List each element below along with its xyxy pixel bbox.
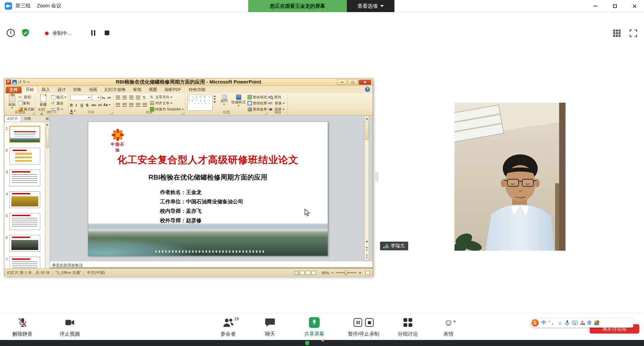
breakout-rooms-button[interactable]: 分组讨论: [392, 313, 424, 340]
scroll-up-button[interactable]: [365, 116, 369, 121]
security-shield-icon[interactable]: [21, 28, 30, 38]
shapes-gallery[interactable]: [187, 95, 213, 111]
tab-transitions[interactable]: 切换: [69, 86, 85, 93]
pane-tab-outline[interactable]: 大纲: [21, 116, 34, 122]
find-button[interactable]: 查找: [269, 94, 281, 100]
redo-icon[interactable]: ↻: [23, 80, 26, 84]
taskbar-app-icon[interactable]: [305, 341, 309, 345]
ime-emoji-button[interactable]: ☺: [557, 320, 562, 326]
unmute-button[interactable]: 解除静音: [6, 313, 39, 340]
window-close-button[interactable]: [625, 0, 644, 12]
copy-button[interactable]: 复制: [18, 100, 30, 106]
text-direction-button[interactable]: 文字方向: [150, 94, 172, 100]
tab-home[interactable]: 开始: [21, 86, 38, 93]
window-minimize-button[interactable]: [586, 0, 605, 12]
recording-stop-button[interactable]: [105, 31, 109, 35]
undo-icon[interactable]: ↺: [18, 80, 21, 84]
sogou-logo[interactable]: S: [531, 319, 539, 327]
previous-slide-button[interactable]: ▲▲: [365, 246, 369, 251]
numbering-button[interactable]: [122, 95, 127, 100]
align-center-button[interactable]: [122, 102, 127, 108]
tab-insert[interactable]: 插入: [38, 86, 54, 93]
zoom-out-button[interactable]: −: [331, 271, 334, 275]
next-slide-button[interactable]: ▼▼: [365, 254, 369, 259]
pane-scrollbar[interactable]: [45, 122, 49, 268]
stop-recording-icon[interactable]: [365, 318, 374, 327]
normal-view-button[interactable]: [294, 271, 299, 275]
align-text-button[interactable]: 对齐文本: [150, 100, 172, 106]
share-screen-button[interactable]: 共享屏幕: [298, 313, 330, 340]
arrange-button[interactable]: 排列: [218, 95, 230, 105]
columns-button[interactable]: [143, 102, 147, 108]
ime-voice-button[interactable]: [565, 320, 569, 326]
pause-recording-icon[interactable]: [354, 318, 362, 327]
font-size-select[interactable]: [92, 95, 101, 100]
slide-thumbnail-6[interactable]: [9, 235, 40, 252]
slide-thumbnail-5[interactable]: [9, 213, 40, 230]
underline-button[interactable]: [80, 102, 83, 108]
zoom-in-button[interactable]: +: [359, 271, 361, 275]
ime-keyboard-button[interactable]: [572, 321, 578, 325]
shadow-button[interactable]: [86, 102, 88, 108]
increase-indent-button[interactable]: [136, 95, 140, 100]
ime-punctuation-toggle[interactable]: ’，: [549, 320, 555, 326]
slide-thumbnail-2[interactable]: [9, 148, 40, 164]
fit-to-window-button[interactable]: [365, 271, 370, 275]
drawing-dialog-launcher-icon[interactable]: [264, 112, 267, 114]
ppt-close-button[interactable]: [359, 80, 371, 85]
reset-button[interactable]: 重设: [51, 100, 63, 106]
replace-button[interactable]: 替换: [269, 100, 285, 106]
align-left-button[interactable]: [116, 102, 120, 108]
tab-special-features[interactable]: 特色功能: [185, 86, 209, 93]
ppt-restore-button[interactable]: [348, 80, 358, 85]
ppt-minimize-button[interactable]: [337, 80, 347, 85]
slide-thumbnail-3[interactable]: [9, 169, 40, 186]
character-spacing-button[interactable]: [98, 102, 102, 108]
slideshow-view-button[interactable]: [311, 271, 316, 275]
paragraph-dialog-launcher-icon[interactable]: [181, 112, 184, 114]
tab-view[interactable]: 视图: [145, 86, 161, 93]
recording-pause-button[interactable]: [91, 30, 97, 36]
shape-outline-button[interactable]: 形状轮廓: [248, 100, 270, 106]
ime-account-icon[interactable]: [580, 321, 584, 325]
shapes-gallery-scroll[interactable]: [213, 95, 216, 103]
scrollbar-thumb[interactable]: [46, 128, 49, 148]
layout-button[interactable]: 版式: [51, 94, 66, 100]
scroll-down-button[interactable]: [365, 239, 369, 244]
cut-button[interactable]: 剪切: [18, 94, 31, 100]
participants-button[interactable]: 16 参会者: [212, 313, 244, 340]
zoom-slider-thumb[interactable]: [344, 270, 347, 275]
stop-video-button[interactable]: 停止视频: [54, 313, 86, 340]
tab-review[interactable]: 审阅: [129, 86, 145, 93]
panel-splitter-handle[interactable]: [376, 172, 378, 181]
pane-tab-slides[interactable]: 幻灯片: [4, 115, 21, 122]
quick-styles-button[interactable]: 快速样式: [231, 95, 246, 106]
gallery-view-button[interactable]: [613, 30, 621, 37]
align-right-button[interactable]: [129, 102, 133, 108]
paste-button[interactable]: 粘贴: [6, 94, 18, 109]
fullscreen-button[interactable]: [629, 29, 637, 37]
language-indicator[interactable]: 中文(中国): [87, 270, 105, 275]
font-dialog-launcher-icon[interactable]: [110, 112, 113, 114]
line-spacing-button[interactable]: [143, 95, 147, 100]
chat-button[interactable]: 聊天: [254, 313, 286, 340]
ime-fullwidth-toggle[interactable]: 全: [587, 320, 592, 326]
bullets-button[interactable]: [116, 95, 120, 100]
reading-view-button[interactable]: [306, 271, 310, 275]
help-icon[interactable]: [365, 87, 370, 92]
change-case-button[interactable]: [103, 102, 111, 108]
font-name-select[interactable]: [70, 95, 91, 100]
save-icon[interactable]: [12, 80, 17, 84]
slide-thumbnail-4[interactable]: [9, 191, 40, 208]
slide-canvas[interactable]: 中国石油 化工安全复合型人才高级研修班结业论文 RBI检验在优化储罐检修周期方面…: [88, 121, 328, 256]
shape-fill-button[interactable]: 形状填充: [248, 94, 270, 100]
bold-button[interactable]: [70, 102, 73, 108]
meeting-info-button[interactable]: [7, 29, 15, 37]
justify-button[interactable]: [136, 102, 140, 108]
clipboard-dialog-launcher-icon[interactable]: [32, 112, 35, 114]
slide-thumbnail-1[interactable]: [9, 126, 40, 143]
tab-foxit-pdf[interactable]: 福昕PDF: [161, 86, 185, 93]
scrollbar-thumb[interactable]: [365, 121, 368, 140]
shrink-font-button[interactable]: [107, 95, 111, 100]
tab-design[interactable]: 设计: [54, 86, 69, 93]
